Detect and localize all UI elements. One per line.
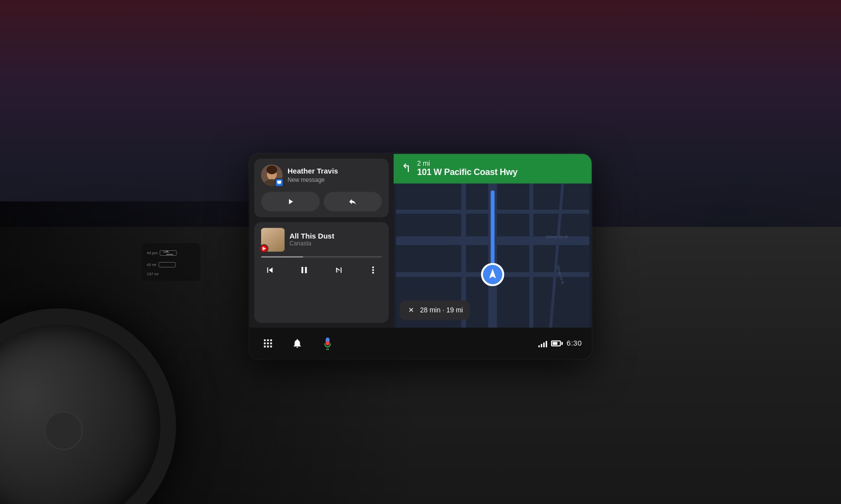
progress-bar[interactable] [261,256,382,257]
album-art [261,228,285,251]
youtube-music-badge [260,244,268,253]
microphone-button[interactable] [318,333,337,353]
avatar-container [261,164,283,186]
nav-icons [259,333,337,353]
svg-text:Gilman Dr W: Gilman Dr W [546,235,568,239]
nav-street: 101 W Pacific Coast Hwy [417,167,517,177]
music-card[interactable]: All This Dust Canasta [254,222,389,323]
pause-button[interactable] [295,261,313,279]
message-actions [261,192,382,211]
svg-rect-24 [264,345,266,347]
svg-rect-21 [264,342,266,344]
time-display: 6:30 [567,339,582,347]
contact-name: Heather Travis [288,167,338,175]
svg-rect-23 [270,342,272,344]
music-header: All This Dust Canasta [261,228,382,251]
svg-rect-19 [267,339,269,341]
eta-badge: ✕ 28 min · 19 mi [399,300,470,320]
song-title: All This Dust [289,232,334,240]
turn-arrow-icon: ↰ [401,162,411,174]
svg-rect-22 [267,342,269,344]
reply-message-button[interactable] [324,192,382,211]
nav-info: 2 mi 101 W Pacific Coast Hwy [417,159,517,177]
message-badge [275,178,284,187]
battery-icon [551,340,563,346]
map-panel[interactable]: Gilman Dr W Gilman Dr W ↰ 2 mi 101 W Pac… [394,153,592,328]
android-auto-screen: Heather Travis New message [249,153,592,359]
play-message-button[interactable] [261,192,320,211]
message-text: Heather Travis New message [288,167,338,183]
svg-point-4 [266,165,277,174]
svg-rect-1 [159,263,176,267]
close-navigation-button[interactable]: ✕ [406,305,416,315]
progress-fill [261,256,303,257]
left-panel: Heather Travis New message [249,153,394,328]
screen-content: Heather Travis New message [249,153,592,328]
eta-text: 28 min · 19 mi [420,306,463,314]
skip-back-button[interactable] [261,261,279,279]
music-controls [261,261,382,279]
more-options-button[interactable] [364,261,382,279]
message-subtitle: New message [288,176,338,183]
svg-rect-26 [270,345,272,347]
message-card[interactable]: Heather Travis New message [254,158,389,217]
message-header: Heather Travis New message [261,164,382,186]
bottom-bar: 6:30 [249,328,592,359]
status-bar: 6:30 [538,339,582,347]
svg-rect-20 [270,339,272,341]
navigation-banner: ↰ 2 mi 101 W Pacific Coast Hwy [394,153,592,183]
music-info: All This Dust Canasta [289,232,334,247]
svg-rect-18 [264,339,266,341]
apps-button[interactable] [259,334,277,352]
signal-strength-icon [538,339,547,347]
notifications-button[interactable] [288,334,306,352]
artist-name: Canasta [289,240,334,247]
skip-forward-button[interactable] [330,261,348,279]
svg-rect-25 [267,345,269,347]
nav-distance: 2 mi [417,159,517,167]
